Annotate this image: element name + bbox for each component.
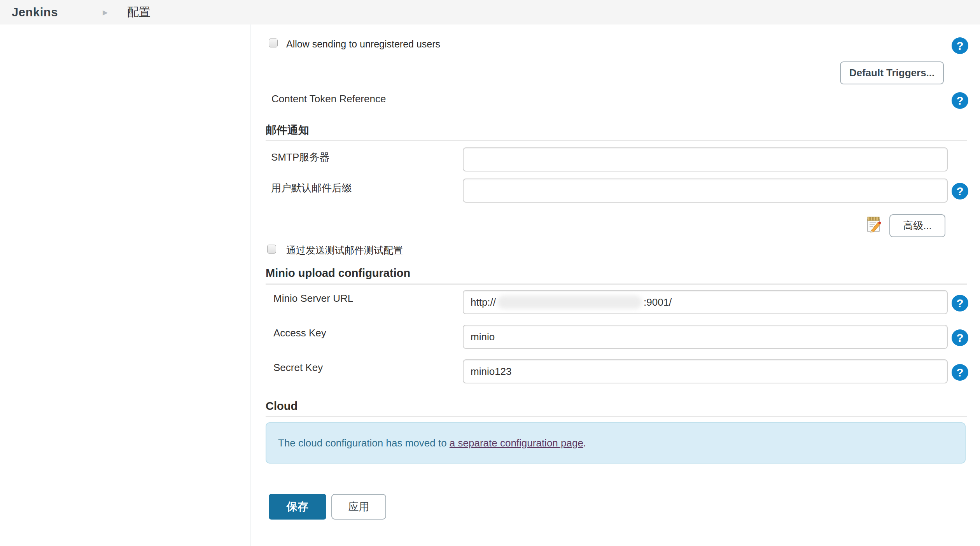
default-suffix-label: 用户默认邮件后缀 [271, 181, 352, 195]
help-icon[interactable]: ? [952, 37, 968, 54]
content-token-reference-label: Content Token Reference [271, 93, 386, 105]
test-configuration-checkbox[interactable] [267, 245, 276, 254]
help-icon[interactable]: ? [952, 92, 968, 109]
secret-key-label: Secret Key [273, 362, 323, 374]
help-icon[interactable]: ? [952, 183, 968, 200]
help-icon[interactable]: ? [952, 295, 968, 312]
question-glyph: ? [956, 297, 963, 310]
allow-unregistered-label[interactable]: Allow sending to unregistered users [286, 38, 440, 50]
question-glyph: ? [956, 94, 963, 107]
question-glyph: ? [956, 185, 963, 198]
allow-unregistered-checkbox[interactable] [269, 38, 278, 47]
smtp-server-input[interactable] [463, 147, 948, 172]
access-key-input[interactable] [463, 325, 948, 349]
help-icon[interactable]: ? [952, 364, 968, 381]
help-icon[interactable]: ? [952, 329, 968, 346]
minio-url-input[interactable]: http:// :9001/ [463, 290, 948, 314]
edit-notepad-icon [866, 215, 884, 235]
advanced-button[interactable]: 高级... [889, 214, 945, 237]
jenkins-logo-link[interactable]: Jenkins [12, 5, 58, 19]
question-glyph: ? [956, 366, 963, 379]
sidebar-divider [250, 24, 251, 546]
access-key-label: Access Key [273, 327, 326, 339]
cloud-moved-notice: The cloud configuration has moved to a s… [266, 422, 966, 464]
section-divider [266, 284, 967, 285]
breadcrumb-configure[interactable]: 配置 [127, 4, 150, 20]
redacted-host-blur [497, 296, 642, 309]
section-divider [266, 140, 967, 141]
mail-notification-section-title: 邮件通知 [266, 123, 309, 138]
save-button[interactable]: 保存 [269, 494, 326, 520]
cloud-notice-period: . [583, 437, 586, 449]
section-divider [266, 416, 967, 417]
default-triggers-button[interactable]: Default Triggers... [840, 61, 944, 84]
question-glyph: ? [956, 39, 963, 52]
minio-url-label: Minio Server URL [273, 292, 353, 304]
secret-key-input[interactable] [463, 359, 948, 383]
chevron-right-icon: ▸ [103, 6, 108, 18]
minio-url-prefix: http:// [471, 296, 496, 308]
separate-configuration-page-link[interactable]: a separate configuration page [450, 437, 583, 449]
minio-section-title: Minio upload configuration [266, 267, 410, 280]
smtp-server-label: SMTP服务器 [271, 150, 329, 164]
breadcrumb-bar: Jenkins ▸ 配置 [0, 0, 980, 24]
default-suffix-input[interactable] [463, 178, 948, 203]
test-configuration-label[interactable]: 通过发送测试邮件测试配置 [286, 244, 403, 257]
question-glyph: ? [956, 331, 963, 345]
apply-button[interactable]: 应用 [331, 494, 386, 520]
cloud-section-title: Cloud [266, 400, 298, 413]
cloud-notice-text: The cloud configuration has moved to [278, 437, 450, 449]
minio-url-suffix: :9001/ [644, 296, 672, 308]
